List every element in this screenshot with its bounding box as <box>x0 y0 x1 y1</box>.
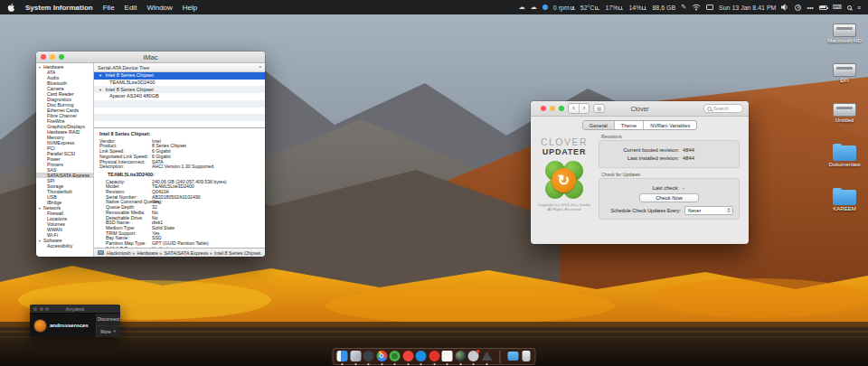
menu-item[interactable]: Help <box>183 4 197 12</box>
zoom-button[interactable] <box>559 106 564 111</box>
fan-speed[interactable]: 0 rpm <box>553 5 575 11</box>
clover-logo-panel: CLOVER UPDATER ↻ Copyright (c) 2013 JrCs… <box>536 133 592 223</box>
menu-app-name[interactable]: System Information <box>25 4 93 12</box>
textedit-icon[interactable] <box>442 351 453 365</box>
cpu-temperature[interactable]: 52°C <box>580 5 600 11</box>
desktop-icon-efi[interactable]: EFI <box>833 63 856 83</box>
red-app-icon[interactable] <box>429 351 439 365</box>
green-app-icon[interactable] <box>390 351 401 365</box>
zoom-button[interactable] <box>59 54 64 60</box>
tab-item[interactable]: NVRam Variables <box>643 121 696 129</box>
downloads-folder-icon[interactable] <box>507 351 518 365</box>
circle-a-icon[interactable]: A <box>795 5 801 11</box>
disk-free[interactable]: 88,6 GB <box>652 5 675 11</box>
anydesk-user-name: androsseroces <box>50 323 89 328</box>
refresh-icon: ↻ <box>552 168 576 192</box>
check-now-button[interactable]: Check Now <box>639 193 699 202</box>
more-button[interactable]: More▼ <box>97 325 120 338</box>
device-tree-row[interactable]: TEAML5Lite3D2400 <box>94 80 265 87</box>
schedule-select[interactable]: Never ▲▼ <box>684 206 733 215</box>
revision-row: Last installed revision:4844 <box>605 155 733 161</box>
device-tree-header[interactable]: Serial-ATA Device Tree ^ <box>94 63 265 72</box>
anydesk-window: Anydesk androsseroces Disconnect More▼ <box>30 305 120 337</box>
revisions-group-box: Current booted revision:4844 Last instal… <box>599 140 740 168</box>
chrome-icon[interactable] <box>376 351 387 365</box>
updater-logo-text: UPDATER <box>536 147 592 156</box>
avatar <box>33 319 47 333</box>
copyright-text: Copyright (c) 2013 JrCs, kozlek All Righ… <box>536 202 592 211</box>
sidebar-item[interactable]: Accessibility <box>36 243 93 249</box>
desktop-icon-untitled[interactable]: Untitled <box>833 103 856 123</box>
breadcrumb-item[interactable]: SATA/SATA Express <box>164 250 213 256</box>
mountain-app-icon[interactable] <box>481 351 492 365</box>
chevron-down-icon: ▼ <box>113 329 117 333</box>
menu-item[interactable]: File <box>103 4 115 12</box>
device-tree-row[interactable]: Intel 8 Series Chipset <box>94 87 265 94</box>
cloud-icon[interactable]: ☁ <box>519 4 525 11</box>
battery-icon[interactable] <box>819 5 827 10</box>
view-mode-button[interactable]: ▦ <box>593 104 605 113</box>
tab-item[interactable]: General <box>583 121 614 129</box>
pen-icon[interactable]: ✎ <box>681 4 686 11</box>
desktop-icon-kareem[interactable]: KAREEM <box>833 187 856 211</box>
menu-item[interactable]: Edit <box>125 4 137 12</box>
wifi-icon[interactable] <box>692 4 701 11</box>
spotlight-search-icon[interactable] <box>847 5 852 10</box>
clover-window: ‹ › ▦ Clover Search General Theme <box>531 101 749 244</box>
clover-logo-text: CLOVER <box>536 136 592 147</box>
sysinfo-sidebar: Hardware ATA Audio Bluetooth <box>36 63 94 257</box>
clover-tabs: General Theme NVRam Variables <box>531 120 749 130</box>
keyboard-icon[interactable]: ⌨ <box>833 4 842 11</box>
tab-item[interactable]: Theme <box>614 121 643 129</box>
display-icon[interactable] <box>706 5 713 10</box>
notification-center-icon[interactable]: ≡ <box>857 5 861 11</box>
minimize-button[interactable] <box>550 106 555 111</box>
disconnect-button[interactable]: Disconnect <box>97 314 120 325</box>
controller-app-icon[interactable] <box>363 351 374 365</box>
breadcrumb-item[interactable]: Hackintosh <box>107 250 137 256</box>
clover-titlebar[interactable]: ‹ › ▦ Clover Search <box>531 101 749 117</box>
menu-clock[interactable]: Sun 13 Jan 8.41 PM <box>719 5 776 11</box>
sysinfo-titlebar[interactable]: iMac <box>36 52 265 63</box>
revisions-group-label: Revisions <box>601 134 740 139</box>
more-status-icon[interactable]: ••• <box>807 5 813 11</box>
search-placeholder: Search <box>713 106 729 111</box>
updates-group-label: Check for Updates <box>601 172 740 177</box>
desktop-icon-macintosh-hd[interactable]: Macintosh HD <box>827 23 862 43</box>
menu-item[interactable]: Window <box>146 4 172 12</box>
search-field[interactable]: Search <box>703 104 743 113</box>
back-button[interactable]: ‹ <box>569 104 579 113</box>
close-button[interactable] <box>541 106 546 111</box>
breadcrumb-item[interactable]: Intel 8 Series Chipset <box>214 250 260 256</box>
trash-icon[interactable] <box>521 351 532 365</box>
revision-row: Current booted revision:4844 <box>605 147 733 153</box>
desktop: System Information FileEditWindowHelp ☁ … <box>0 0 868 366</box>
globe-app-icon[interactable] <box>455 351 466 365</box>
forward-button[interactable]: › <box>579 104 589 113</box>
breadcrumb-bar: HackintoshHardwareSATA/SATA ExpressIntel… <box>94 248 265 257</box>
breadcrumb-item[interactable]: Hardware <box>137 250 164 256</box>
desktop-icon-dokumentasi[interactable]: Dokumentasi <box>828 143 860 167</box>
dock-separator[interactable] <box>495 351 505 365</box>
anydesk-titlebar[interactable]: Anydesk <box>30 305 120 314</box>
launchpad-icon[interactable] <box>350 351 361 365</box>
finder-icon[interactable] <box>337 351 348 365</box>
minimize-button[interactable] <box>50 54 55 60</box>
anydesk-icon[interactable] <box>402 351 413 365</box>
memory-usage[interactable]: 14% <box>628 5 646 11</box>
device-tree-row[interactable]: Apacer AS340 480GB <box>94 93 265 100</box>
device-tree-row[interactable]: Intel 8 Series Chipset <box>94 72 265 80</box>
memory-graph-icon <box>642 5 646 10</box>
teamviewer-icon[interactable] <box>416 351 427 365</box>
volume-icon[interactable] <box>781 4 789 11</box>
notification-badge <box>476 350 480 354</box>
system-information-window: iMac Hardware ATA Audio <box>36 52 265 257</box>
menu-bar: System Information FileEditWindowHelp ☁ … <box>0 0 868 14</box>
close-button[interactable] <box>41 54 46 60</box>
detail-section-title: Intel 8 Series Chipset: <box>99 132 265 137</box>
status-circle-icon[interactable] <box>542 5 548 10</box>
cloud-icon-2[interactable]: ☁ <box>531 4 537 11</box>
apple-menu-icon[interactable] <box>7 3 15 13</box>
cpu-usage[interactable]: 17% <box>605 5 623 11</box>
app-store-icon[interactable] <box>468 351 479 365</box>
